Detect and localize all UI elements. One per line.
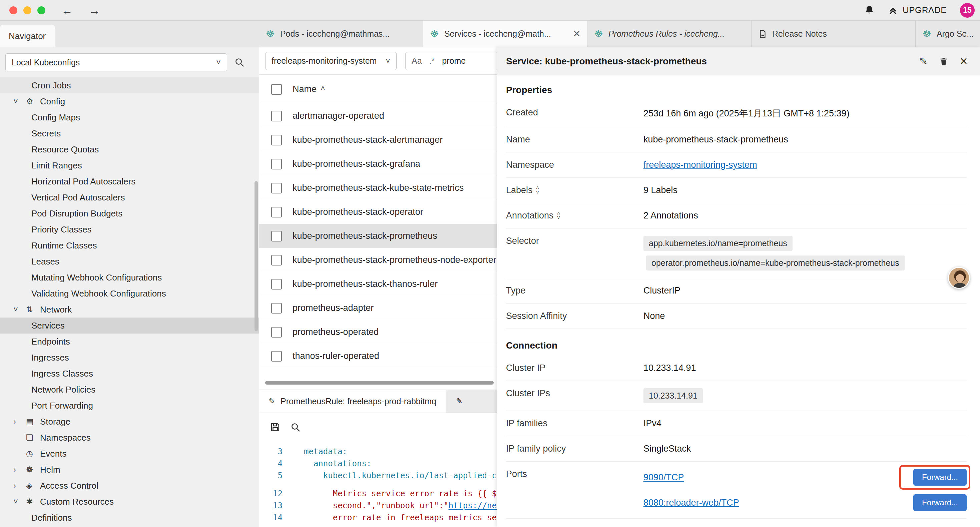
- config-icon: ⚙: [26, 97, 40, 106]
- search-icon[interactable]: [234, 57, 245, 67]
- sidebar-item-validating-webhook-configurations[interactable]: Validating Webhook Configurations: [0, 285, 259, 301]
- tab-services-icecheng-math[interactable]: ☸Services - icecheng@math...✕: [423, 21, 587, 47]
- tab-pods-icecheng-mathmas[interactable]: ☸Pods - icecheng@mathmas...: [259, 21, 423, 47]
- dock-tab-partial[interactable]: ✎: [446, 390, 496, 412]
- sidebar-item-endpoints[interactable]: Endpoints: [0, 334, 259, 350]
- namespace-selector[interactable]: freeleaps-monitoring-system ˅: [265, 52, 396, 70]
- sidebar-item-leases[interactable]: Leases: [0, 253, 259, 269]
- sidebar-item-events[interactable]: ◷Events: [0, 446, 259, 462]
- minimize-window-button[interactable]: [23, 6, 31, 14]
- forward-button-wrap: Forward...: [913, 494, 967, 511]
- row-checkbox[interactable]: [271, 279, 282, 290]
- sidebar-item-ingress-classes[interactable]: Ingress Classes: [0, 366, 259, 382]
- sidebar-item-services[interactable]: Services: [0, 318, 259, 334]
- sidebar-item-horizontal-pod-autoscalers[interactable]: Horizontal Pod Autoscalers: [0, 174, 259, 189]
- row-checkbox[interactable]: [271, 255, 282, 266]
- close-window-button[interactable]: [10, 6, 18, 14]
- kubeconfig-selector[interactable]: Local Kubeconfigs ˅: [5, 53, 227, 72]
- detail-value: IPv4: [643, 418, 967, 428]
- sidebar-item-mutating-webhook-configurations[interactable]: Mutating Webhook Configurations: [0, 269, 259, 285]
- sidebar-item-label: Priority Classes: [31, 224, 92, 235]
- service-name: kube-prometheus-stack-kube-state-metrics: [293, 183, 464, 193]
- detail-body: PropertiesCreated253d 16h 6m ago (2025年1…: [497, 75, 980, 527]
- select-all-checkbox[interactable]: [271, 84, 282, 95]
- sidebar-item-port-forwarding[interactable]: Port Forwarding: [0, 398, 259, 414]
- row-checkbox[interactable]: [271, 135, 282, 145]
- sidebar-item-secrets[interactable]: Secrets: [0, 126, 259, 142]
- port-link[interactable]: 9090/TCP: [643, 472, 684, 482]
- navigator-tab[interactable]: Navigator: [0, 25, 55, 47]
- zoom-window-button[interactable]: [37, 6, 45, 14]
- forward-button[interactable]: Forward...: [913, 469, 967, 486]
- detail-value: freeleaps-monitoring-system: [643, 160, 967, 170]
- chevron-down-icon[interactable]: ˅: [13, 97, 26, 106]
- sidebar-item-limit-ranges[interactable]: Limit Ranges: [0, 158, 259, 174]
- chevron-down-icon[interactable]: ˅: [13, 497, 26, 506]
- horizontal-scrollbar[interactable]: [265, 381, 494, 385]
- row-checkbox[interactable]: [271, 159, 282, 169]
- row-checkbox[interactable]: [271, 207, 282, 218]
- row-checkbox[interactable]: [271, 303, 282, 314]
- avatar[interactable]: [948, 267, 970, 289]
- save-button[interactable]: [270, 422, 280, 433]
- sidebar-item-vertical-pod-autoscalers[interactable]: Vertical Pod Autoscalers: [0, 189, 259, 205]
- sidebar-item-helm[interactable]: ›☸Helm: [0, 462, 259, 478]
- tab-release-notes[interactable]: Release Notes: [751, 21, 916, 47]
- tabbar: Navigator ☸Pods - icecheng@mathmas...☸Se…: [0, 21, 980, 47]
- sidebar-item-label: Leases: [31, 256, 59, 267]
- sidebar-item-cron-jobs[interactable]: Cron Jobs: [0, 77, 259, 93]
- chevron-right-icon[interactable]: ›: [13, 417, 26, 426]
- forward-button[interactable]: →: [89, 5, 100, 16]
- sidebar-item-definitions[interactable]: Definitions: [0, 509, 259, 525]
- detail-label-text: Cluster IPs: [506, 388, 550, 399]
- notification-count-badge[interactable]: 15: [960, 3, 975, 18]
- sidebar-item-access-control[interactable]: ›◈Access Control: [0, 478, 259, 494]
- sidebar-item-pod-disruption-budgets[interactable]: Pod Disruption Budgets: [0, 205, 259, 221]
- namespace-link[interactable]: freeleaps-monitoring-system: [643, 160, 757, 170]
- sidebar-item-config-maps[interactable]: Config Maps: [0, 110, 259, 126]
- detail-label-text: Labels: [506, 185, 533, 196]
- delete-resource-button[interactable]: [939, 57, 948, 66]
- sidebar-item-ingresses[interactable]: Ingresses: [0, 350, 259, 366]
- chevron-down-icon[interactable]: ˅: [13, 305, 26, 314]
- kubeconfig-selector-value: Local Kubeconfigs: [12, 58, 80, 67]
- sidebar-item-runtime-classes[interactable]: Runtime Classes: [0, 237, 259, 253]
- close-panel-button[interactable]: ✕: [960, 56, 968, 67]
- sidebar-item-priority-classes[interactable]: Priority Classes: [0, 221, 259, 237]
- edit-resource-button[interactable]: ✎: [919, 56, 928, 67]
- row-checkbox[interactable]: [271, 327, 282, 338]
- close-tab-icon[interactable]: ✕: [573, 29, 581, 39]
- sidebar-item-network-policies[interactable]: Network Policies: [0, 382, 259, 398]
- column-header-name[interactable]: Name ˄: [293, 84, 325, 94]
- port-link[interactable]: 8080:reloader-web/TCP: [643, 498, 739, 508]
- tab-prometheus-rules-icecheng[interactable]: ☸Prometheus Rules - icecheng...: [587, 21, 751, 47]
- navigator-label: Navigator: [9, 31, 46, 41]
- sidebar-item-label: Limit Ranges: [31, 161, 82, 171]
- sidebar-item-label: Storage: [40, 417, 70, 427]
- tab-argo-se[interactable]: ☸Argo Se...: [916, 21, 980, 47]
- row-checkbox[interactable]: [271, 351, 282, 361]
- forward-button[interactable]: Forward...: [913, 494, 967, 511]
- row-checkbox[interactable]: [271, 183, 282, 193]
- sidebar-item-config[interactable]: ˅⚙Config: [0, 93, 259, 110]
- sidebar-scrollbar[interactable]: [255, 181, 258, 331]
- sidebar-item-namespaces[interactable]: ❏Namespaces: [0, 430, 259, 446]
- notifications-bell-icon[interactable]: [864, 5, 875, 16]
- sidebar-item-custom-resources[interactable]: ˅✱Custom Resources: [0, 494, 259, 509]
- chevron-right-icon[interactable]: ›: [13, 481, 26, 490]
- value-badge: app.kubernetes.io/name=prometheus: [643, 236, 792, 251]
- editor-search-button[interactable]: [291, 422, 301, 432]
- match-case-toggle[interactable]: Aa: [412, 56, 422, 66]
- sidebar-item-storage[interactable]: ›▤Storage: [0, 414, 259, 430]
- sidebar-item-resource-quotas[interactable]: Resource Quotas: [0, 142, 259, 158]
- upgrade-button[interactable]: UPGRADE: [888, 5, 947, 15]
- back-button[interactable]: ←: [61, 5, 73, 16]
- expand-collapse-icon[interactable]: ˄˅: [536, 186, 539, 194]
- regex-toggle[interactable]: .*: [429, 56, 435, 66]
- row-checkbox[interactable]: [271, 111, 282, 121]
- chevron-right-icon[interactable]: ›: [13, 465, 26, 474]
- sidebar-item-network[interactable]: ˅⇅Network: [0, 301, 259, 318]
- row-checkbox[interactable]: [271, 231, 282, 242]
- dock-tab-prometheusrule[interactable]: ✎ PrometheusRule: freeleaps-prod-rabbitm…: [259, 390, 446, 412]
- expand-collapse-icon[interactable]: ˄˅: [557, 211, 560, 220]
